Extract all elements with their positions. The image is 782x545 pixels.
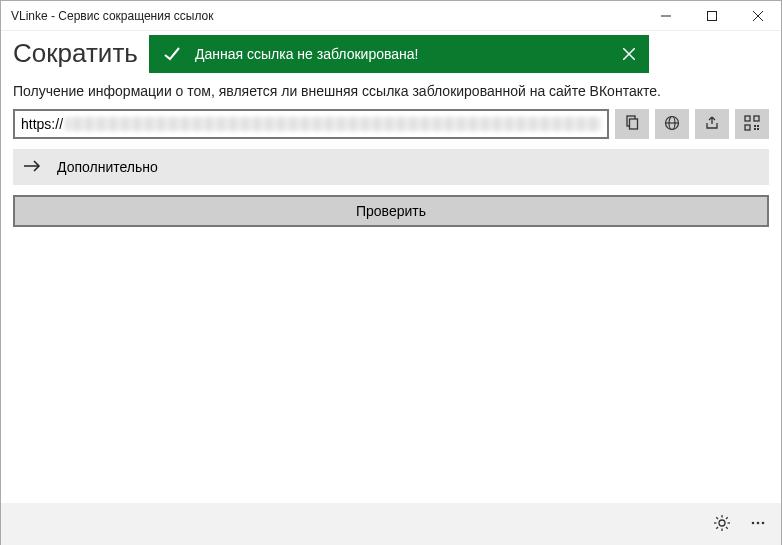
svg-rect-16	[754, 128, 756, 130]
banner-message: Данная ссылка не заблокирована!	[195, 46, 623, 62]
status-banner: Данная ссылка не заблокирована!	[149, 35, 649, 73]
url-prefix: https://	[21, 116, 63, 132]
svg-rect-7	[630, 119, 638, 129]
url-row: https://	[1, 109, 781, 139]
url-input[interactable]: https://	[13, 109, 609, 139]
more-icon	[749, 514, 767, 535]
titlebar: VLinke - Сервис сокращения ссылок	[1, 1, 781, 31]
close-button[interactable]	[735, 1, 781, 31]
svg-rect-15	[757, 128, 759, 130]
svg-point-29	[757, 521, 760, 524]
share-icon	[704, 115, 720, 134]
maximize-button[interactable]	[689, 1, 735, 31]
banner-close-icon[interactable]	[623, 48, 635, 60]
check-button-label: Проверить	[356, 203, 426, 219]
svg-point-28	[752, 521, 755, 524]
header-row: Сократить Данная ссылка не заблокирована…	[1, 31, 781, 75]
minimize-button[interactable]	[643, 1, 689, 31]
page-title: Сократить	[13, 38, 138, 69]
arrow-right-icon	[23, 159, 41, 176]
svg-rect-12	[754, 116, 759, 121]
globe-icon	[664, 115, 680, 134]
svg-line-26	[716, 527, 718, 529]
svg-point-19	[719, 520, 725, 526]
svg-line-25	[726, 527, 728, 529]
advanced-expander[interactable]: Дополнительно	[13, 149, 769, 185]
more-button[interactable]	[749, 514, 767, 535]
svg-rect-17	[757, 125, 759, 127]
gear-icon	[713, 514, 731, 535]
copy-icon	[624, 115, 640, 134]
qr-button[interactable]	[735, 109, 769, 139]
svg-rect-11	[745, 116, 750, 121]
open-browser-button[interactable]	[655, 109, 689, 139]
svg-point-30	[762, 521, 765, 524]
expander-label: Дополнительно	[57, 159, 158, 175]
check-button[interactable]: Проверить	[13, 195, 769, 227]
bottombar	[1, 503, 781, 545]
svg-rect-14	[754, 125, 756, 127]
url-blurred	[65, 117, 601, 131]
svg-rect-13	[745, 125, 750, 130]
settings-button[interactable]	[713, 514, 731, 535]
check-icon	[163, 45, 181, 63]
window-title: VLinke - Сервис сокращения ссылок	[1, 9, 643, 23]
page-description: Получение информации о том, является ли …	[1, 75, 781, 109]
share-button[interactable]	[695, 109, 729, 139]
qr-icon	[744, 115, 760, 134]
svg-rect-1	[708, 11, 717, 20]
svg-line-24	[716, 517, 718, 519]
copy-button[interactable]	[615, 109, 649, 139]
svg-line-27	[726, 517, 728, 519]
